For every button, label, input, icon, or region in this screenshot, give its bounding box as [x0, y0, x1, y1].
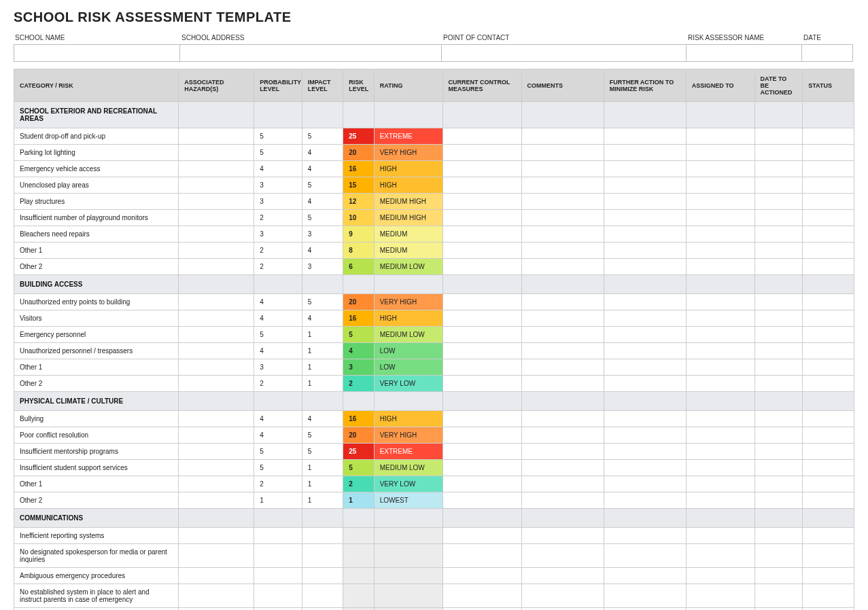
comments-cell[interactable] [521, 460, 604, 476]
impact-cell[interactable]: 4 [302, 161, 343, 177]
further-cell[interactable] [604, 376, 686, 392]
control-cell[interactable] [442, 161, 521, 177]
hazard-cell[interactable] [179, 177, 254, 194]
date-cell[interactable] [754, 310, 803, 327]
rating-cell[interactable] [374, 544, 442, 568]
rating-cell[interactable]: EXTREME [374, 128, 442, 145]
rating-cell[interactable]: MEDIUM LOW [374, 327, 442, 343]
impact-cell[interactable]: 5 [302, 294, 343, 310]
comments-cell[interactable] [521, 608, 604, 611]
hazard-cell[interactable] [179, 492, 254, 509]
impact-cell[interactable]: 3 [302, 259, 343, 275]
status-cell[interactable] [803, 327, 854, 343]
further-cell[interactable] [604, 492, 686, 509]
risk-name[interactable]: Inefficient reporting systems [14, 528, 179, 544]
status-cell[interactable] [803, 444, 854, 460]
risk-name[interactable]: Play structures [14, 194, 179, 210]
date-cell[interactable] [754, 584, 803, 608]
further-cell[interactable] [604, 444, 686, 460]
further-cell[interactable] [604, 327, 686, 343]
date-cell[interactable] [754, 259, 803, 275]
input-point-of-contact[interactable] [442, 44, 687, 62]
further-cell[interactable] [604, 294, 686, 310]
status-cell[interactable] [803, 476, 854, 492]
prob-cell[interactable]: 2 [254, 259, 302, 275]
rating-cell[interactable]: LOW [374, 343, 442, 359]
control-cell[interactable] [442, 327, 521, 343]
rating-cell[interactable]: MEDIUM HIGH [374, 194, 442, 210]
control-cell[interactable] [442, 476, 521, 492]
risk-name[interactable]: Other 2 [14, 259, 179, 275]
status-cell[interactable] [803, 492, 854, 509]
control-cell[interactable] [442, 544, 521, 568]
date-cell[interactable] [754, 460, 803, 476]
comments-cell[interactable] [521, 177, 604, 194]
further-cell[interactable] [604, 210, 686, 226]
assigned-cell[interactable] [686, 226, 754, 243]
risk-level-cell[interactable]: 9 [343, 226, 374, 243]
comments-cell[interactable] [521, 327, 604, 343]
control-cell[interactable] [442, 492, 521, 509]
control-cell[interactable] [442, 145, 521, 161]
rating-cell[interactable]: MEDIUM [374, 226, 442, 243]
date-cell[interactable] [754, 608, 803, 611]
risk-name[interactable]: Student drop-off and pick-up [14, 128, 179, 145]
control-cell[interactable] [442, 194, 521, 210]
comments-cell[interactable] [521, 359, 604, 376]
risk-level-cell[interactable]: 6 [343, 259, 374, 275]
input-school-address[interactable] [180, 44, 442, 62]
rating-cell[interactable]: VERY LOW [374, 376, 442, 392]
status-cell[interactable] [803, 310, 854, 327]
rating-cell[interactable]: LOWEST [374, 492, 442, 509]
rating-cell[interactable]: MEDIUM LOW [374, 259, 442, 275]
date-cell[interactable] [754, 427, 803, 444]
risk-level-cell[interactable] [343, 528, 374, 544]
control-cell[interactable] [442, 343, 521, 359]
control-cell[interactable] [442, 177, 521, 194]
date-cell[interactable] [754, 243, 803, 259]
risk-level-cell[interactable]: 15 [343, 177, 374, 194]
comments-cell[interactable] [521, 568, 604, 584]
status-cell[interactable] [803, 376, 854, 392]
rating-cell[interactable]: MEDIUM LOW [374, 460, 442, 476]
status-cell[interactable] [803, 343, 854, 359]
impact-cell[interactable]: 5 [302, 444, 343, 460]
assigned-cell[interactable] [686, 161, 754, 177]
comments-cell[interactable] [521, 145, 604, 161]
control-cell[interactable] [442, 444, 521, 460]
further-cell[interactable] [604, 161, 686, 177]
comments-cell[interactable] [521, 544, 604, 568]
input-date[interactable] [802, 44, 853, 62]
further-cell[interactable] [604, 476, 686, 492]
risk-name[interactable]: Other 1 [14, 359, 179, 376]
assigned-cell[interactable] [686, 210, 754, 226]
risk-name[interactable]: Other 2 [14, 376, 179, 392]
prob-cell[interactable]: 3 [254, 226, 302, 243]
impact-cell[interactable]: 4 [302, 243, 343, 259]
further-cell[interactable] [604, 310, 686, 327]
hazard-cell[interactable] [179, 194, 254, 210]
hazard-cell[interactable] [179, 310, 254, 327]
further-cell[interactable] [604, 259, 686, 275]
further-cell[interactable] [604, 177, 686, 194]
assigned-cell[interactable] [686, 460, 754, 476]
further-cell[interactable] [604, 243, 686, 259]
status-cell[interactable] [803, 259, 854, 275]
date-cell[interactable] [754, 444, 803, 460]
hazard-cell[interactable] [179, 259, 254, 275]
control-cell[interactable] [442, 376, 521, 392]
prob-cell[interactable]: 4 [254, 411, 302, 427]
impact-cell[interactable] [302, 568, 343, 584]
prob-cell[interactable]: 5 [254, 128, 302, 145]
date-cell[interactable] [754, 376, 803, 392]
risk-name[interactable]: Unauthorized personnel / trespassers [14, 343, 179, 359]
comments-cell[interactable] [521, 411, 604, 427]
rating-cell[interactable]: MEDIUM [374, 243, 442, 259]
rating-cell[interactable]: VERY HIGH [374, 427, 442, 444]
prob-cell[interactable]: 2 [254, 476, 302, 492]
assigned-cell[interactable] [686, 259, 754, 275]
date-cell[interactable] [754, 411, 803, 427]
rating-cell[interactable]: MEDIUM HIGH [374, 210, 442, 226]
prob-cell[interactable] [254, 584, 302, 608]
risk-name[interactable]: No designated spokesperson for media or … [14, 544, 179, 568]
